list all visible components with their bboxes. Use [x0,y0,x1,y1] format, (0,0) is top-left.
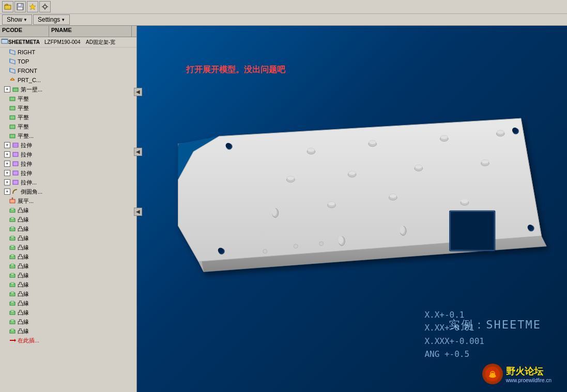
svg-rect-41 [11,217,14,219]
tree-item-bump-12[interactable]: 凸緣 [0,308,136,317]
tree-item-here[interactable]: 在此插... [0,336,136,345]
here-label: 在此插... [18,337,39,344]
tree-item-flat-2[interactable]: 平整 [0,103,136,113]
bump-7-icon [8,262,17,270]
svg-point-102 [528,225,533,230]
tree-item-stretch-1[interactable]: + 拉伸 [0,140,136,150]
bump-13-label: 凸緣 [18,318,29,326]
show-menu-label: Show [7,16,22,23]
svg-point-104 [294,244,298,248]
tree-item-bump-7[interactable]: 凸緣 [0,261,136,271]
tree-item-bump-3[interactable]: 凸緣 [0,224,136,233]
tree-item-bump-11[interactable]: 凸緣 [0,299,136,308]
stretch-4-label: 拉伸 [21,169,32,177]
tree-item-stretch-4[interactable]: + 拉伸 [0,168,136,178]
tree-item-front[interactable]: FRONT [0,66,136,75]
tree-item-stretch-3[interactable]: + 拉伸 [0,159,136,168]
svg-rect-49 [11,255,14,257]
svg-rect-59 [11,301,14,303]
left-panel: PCODE PNAME SHEETMETA LZFPM190-004 AD固定架… [0,26,137,392]
wall-label: 第一壁... [21,86,42,93]
bump-12-icon [8,308,17,317]
svg-marker-37 [11,197,13,198]
tree-item-bump-10[interactable]: 凸緣 [0,289,136,299]
tree-item-flat-3[interactable]: 平整 [0,113,136,122]
bump-10-icon [8,290,17,298]
svg-point-94 [389,194,396,198]
folder-open-icon[interactable] [2,1,13,12]
expand-roundbend-button[interactable]: + [4,189,10,195]
settings-menu-label: Settings [38,16,60,23]
svg-rect-4 [18,7,23,10]
svg-rect-74 [450,211,494,250]
svg-point-88 [415,165,422,169]
bump-9-icon [8,280,17,289]
collapse-panel-arrow-1[interactable]: ◀ [134,88,142,96]
roundbend-icon [11,187,20,196]
svg-rect-65 [11,329,14,331]
tolerance-info: X.X+-0.1 X.XX+-0.01 X.XXX+-0.001 ANG +-0… [424,308,484,361]
svg-rect-0 [5,5,11,9]
expand-stretch-4-button[interactable]: + [4,170,10,176]
settings-menu-arrow: ▼ [61,18,65,22]
bump-10-label: 凸緣 [18,290,29,298]
tree-item-prt[interactable]: PRT_C... [0,75,136,85]
watermark-title: 野火论坛 [506,365,551,378]
tree-item-stretch-5[interactable]: + 拉伸... [0,178,136,187]
expand-stretch-3-button[interactable]: + [4,161,10,167]
tree-item-bump-13[interactable]: 凸緣 [0,317,136,326]
settings-menu-button[interactable]: Settings ▼ [33,14,70,25]
svg-point-90 [482,160,489,164]
tree-item-bump-2[interactable]: 凸緣 [0,215,136,224]
svg-point-111 [338,236,343,244]
bump-14-label: 凸緣 [18,327,29,335]
tree-item-right[interactable]: RIGHT [0,48,136,57]
tree-item-bump-5[interactable]: 凸緣 [0,243,136,252]
settings-small-icon[interactable] [39,1,51,12]
svg-point-98 [512,128,517,133]
bump-3-icon [8,225,17,233]
collapse-panel-arrow-3[interactable]: ◀ [134,208,142,216]
show-menu-button[interactable]: Show ▼ [2,14,32,25]
expand-stretch-2-button[interactable]: + [4,151,10,158]
expand-wall-button[interactable]: + [4,86,10,92]
stretch-1-label: 拉伸 [21,142,32,149]
tree-item-flat-1[interactable]: 平整 [0,94,136,103]
star-icon[interactable] [27,1,38,12]
flat-1-icon [8,95,17,103]
tree-item-unfold[interactable]: 展平... [0,196,136,206]
tree-item-roundbend[interactable]: + 倒圆角... [0,187,136,196]
svg-point-6 [43,5,47,8]
svg-point-109 [272,208,277,216]
tree-item-bump-14[interactable]: 凸緣 [0,326,136,336]
tree-item-flat-5[interactable]: 平整... [0,131,136,140]
expand-stretch-5-button[interactable]: + [4,179,10,185]
flat-2-icon [8,104,17,112]
stretch-5-label: 拉伸... [21,179,37,186]
svg-marker-15 [10,59,15,64]
expand-stretch-1-button[interactable]: + [4,142,10,148]
sheetmetal-root-item[interactable]: SHEETMETA LZFPM190-004 AD固定架-宽 [0,37,136,48]
tree-item-bump-4[interactable]: 凸緣 [0,233,136,243]
svg-rect-63 [11,320,14,322]
tree-item-bump-1[interactable]: 凸緣 [0,206,136,215]
tree-item-bump-8[interactable]: 凸緣 [0,271,136,280]
bump-6-icon [8,253,17,261]
svg-marker-13 [10,50,15,55]
tree-item-stretch-2[interactable]: + 拉伸 [0,150,136,159]
save-icon[interactable] [14,1,26,12]
tree-item-wall[interactable]: + 第一壁... [0,85,136,94]
plane-front-icon [8,67,17,75]
wall-icon [11,85,20,93]
tree-item-flat-4[interactable]: 平整 [0,122,136,131]
bump-7-label: 凸緣 [18,262,29,270]
sheetmetal-label: SHEETMETA [8,39,44,45]
tree-item-bump-9[interactable]: 凸緣 [0,280,136,289]
tree-item-top[interactable]: TOP [0,57,136,66]
here-arrow-icon [8,336,17,344]
stretch-2-icon [11,150,20,159]
svg-marker-67 [14,339,16,342]
flat-3-label: 平整 [18,114,29,121]
tree-item-bump-6[interactable]: 凸緣 [0,252,136,261]
collapse-panel-arrow-2[interactable]: ◀ [134,148,142,156]
